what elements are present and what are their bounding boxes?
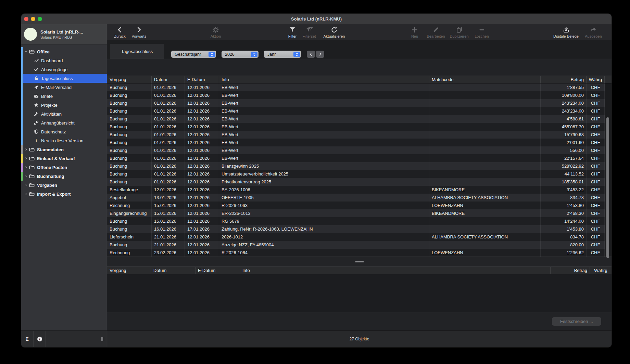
table-row[interactable]: Lieferschein21.01.202612.01.20262026-101…	[107, 233, 612, 241]
year-select[interactable]: 2026	[222, 51, 259, 58]
chevron-right-icon[interactable]	[24, 157, 28, 160]
cell-matchcode	[429, 107, 541, 115]
cell-waehrg: CHF	[587, 123, 605, 131]
cell-betrag: 243’234.00	[541, 107, 587, 115]
table-row[interactable]: Buchung01.01.202612.01.2026Privatkontenv…	[107, 178, 612, 186]
sidebar-item-einkauf-verkauf[interactable]: Einkauf & Verkauf	[21, 154, 107, 163]
sidebar-item-email-versand[interactable]: E-Mail-Versand	[21, 83, 107, 92]
folder-icon	[29, 182, 35, 188]
cell-matchcode: BIKEANDMORE	[429, 186, 541, 194]
cell-edatum: 12.01.2026	[185, 194, 219, 202]
filter-button[interactable]: Filter	[288, 25, 297, 38]
cell-info: RG 5679	[219, 217, 429, 225]
cell-edatum: 12.01.2026	[185, 170, 219, 178]
column-header-datum[interactable]: Datum	[152, 76, 185, 83]
sidebar-item-offene-posten[interactable]: Offene Posten	[21, 163, 107, 172]
chevron-right-icon[interactable]	[24, 183, 28, 187]
detail-column-header-betrag[interactable]: Betrag	[551, 267, 590, 274]
sidebar-item-projekte[interactable]: Projekte	[21, 101, 107, 109]
detail-table-header: VorgangDatumE-DatumInfoBetragWährg	[107, 266, 612, 274]
chevron-right-icon[interactable]	[24, 148, 28, 151]
column-header-betrag[interactable]: Betrag	[541, 76, 587, 83]
table-row[interactable]: Eingangsrechnung15.01.202612.01.2026ER-2…	[107, 209, 612, 217]
table-row[interactable]: Rechnung15.01.202612.01.2026R-2026-1063L…	[107, 202, 612, 209]
sidebar-item-label: Datenschutz	[41, 129, 66, 134]
cell-datum: 01.01.2026	[152, 139, 185, 146]
cell-waehrg: CHF	[587, 170, 605, 178]
table-row[interactable]: Buchung01.01.202612.01.2026EB-Wert22’157…	[107, 154, 612, 162]
table-row[interactable]: Buchung01.01.202612.01.2026EB-Wert455’06…	[107, 123, 612, 131]
table-row[interactable]: Buchung01.01.202612.01.2026EB-Wert15’790…	[107, 131, 612, 139]
digitale-belege-button[interactable]: Digitale Belege	[553, 25, 579, 38]
table-row[interactable]: Buchung01.01.202612.01.2026EB-Wert4’588.…	[107, 115, 612, 123]
table-row[interactable]: Buchung15.01.202612.01.2026RG 567914’244…	[107, 217, 612, 225]
chevron-right-icon[interactable]	[24, 192, 28, 196]
vorwaerts-button[interactable]: Vorwärts	[132, 25, 147, 38]
sidebar-item-buchhaltung[interactable]: Buchhaltung	[21, 172, 107, 181]
chevron-right-icon[interactable]	[24, 166, 28, 169]
chevron-right-icon[interactable]	[24, 174, 28, 178]
close-button[interactable]	[24, 17, 28, 21]
zurueck-button[interactable]: Zurück	[114, 25, 126, 38]
detail-column-header-vorgang[interactable]: Vorgang	[107, 267, 151, 274]
info-button[interactable]: i	[34, 331, 46, 347]
cell-datum: 01.01.2026	[152, 91, 185, 99]
sidebar-item-datenschutz[interactable]: Datenschutz	[21, 127, 107, 136]
column-header-e-datum[interactable]: E-Datum	[185, 76, 219, 83]
check-icon	[34, 67, 39, 72]
company-header[interactable]: Solaris Ltd (nRLR-... Solaris KMU nRLG	[21, 24, 107, 44]
detail-column-header-info[interactable]: Info	[240, 267, 551, 274]
minimize-button[interactable]	[31, 17, 35, 21]
sidebar-item-abovorgaenge[interactable]: Abovorgänge	[21, 65, 107, 74]
cell-matchcode	[429, 123, 541, 131]
sidebar-item-tagesabschluss[interactable]: Tagesabschluss	[21, 74, 107, 83]
period-select[interactable]: Jahr	[264, 51, 301, 58]
sidebar: Solaris Ltd (nRLR-... Solaris KMU nRLG O…	[21, 24, 107, 347]
sidebar-item-briefe[interactable]: Briefe	[21, 92, 107, 101]
aktualisieren-button[interactable]: Aktualisieren	[324, 25, 345, 38]
sidebar-item-aktivitaeten[interactable]: Aktivitäten	[21, 109, 107, 118]
view-tab-tagesabschluss[interactable]: Tagesabschluss	[110, 44, 164, 59]
detail-column-header-datum[interactable]: Datum	[151, 267, 196, 274]
table-row[interactable]: Buchung01.01.202612.01.2026Umsatzsteuerv…	[107, 170, 612, 178]
toolbar-button-label: Filter	[288, 34, 297, 38]
vertical-scrollbar[interactable]	[606, 117, 609, 258]
table-row[interactable]: Rechnung23.02.202612.01.2026R-2026-1064L…	[107, 249, 612, 257]
sidebar-item-import-export[interactable]: Import & Export	[21, 190, 107, 198]
table-row[interactable]: Buchung01.01.202612.01.2026EB-Wert2’001.…	[107, 139, 612, 146]
column-header-matchcode[interactable]: Matchcode	[429, 76, 541, 83]
fiscal-year-select[interactable]: Geschäftsjahr	[171, 51, 216, 58]
previous-period-button[interactable]	[307, 51, 315, 58]
sidebar-item-label: Aktivitäten	[41, 112, 62, 117]
table-row[interactable]: Buchung01.01.202612.01.2026Bilanzgewinn …	[107, 162, 612, 170]
titlebar[interactable]: Solaris Ltd (nRLR-KMU)	[21, 14, 612, 24]
table-row[interactable]: Buchung01.01.202612.01.2026EB-Wert556.00…	[107, 146, 612, 154]
toolbar-button-label: Zurück	[114, 34, 126, 38]
sum-button[interactable]: Σ	[21, 331, 34, 347]
table-row[interactable]: Buchung01.01.202612.01.2026EB-Wert243’23…	[107, 107, 612, 115]
sidebar-item-stammdaten[interactable]: Stammdaten	[21, 145, 107, 154]
detail-column-header-e-datum[interactable]: E-Datum	[196, 267, 240, 274]
table-row[interactable]: Buchung01.01.202612.01.2026EB-Wert109’80…	[107, 91, 612, 99]
festschreiben-button: Festschreiben ...	[552, 317, 601, 326]
sidebar-item-office[interactable]: Office	[21, 47, 107, 56]
table-row[interactable]: Angebot13.01.202612.01.2026OFFERTE-1005A…	[107, 194, 612, 202]
table-row[interactable]: Bestellanfrage12.01.202612.01.2026BA-202…	[107, 186, 612, 194]
table-row[interactable]: Buchung21.01.202612.01.2026Anzeige NZZ, …	[107, 241, 612, 249]
chevron-down-icon[interactable]	[24, 50, 28, 53]
detail-column-header-w-hrg[interactable]: Währg	[590, 267, 612, 274]
sidebar-item-dashboard[interactable]: Dashboard	[21, 56, 107, 65]
table-row[interactable]: Buchung01.01.202612.01.2026EB-Wert1’887.…	[107, 83, 612, 91]
sidebar-item-anhanguebersicht[interactable]: Anhangübersicht	[21, 118, 107, 127]
pane-splitter[interactable]	[107, 257, 612, 266]
column-header-w-hrg[interactable]: Währg	[587, 76, 605, 83]
sidebar-resize-grip[interactable]	[101, 331, 104, 347]
table-row[interactable]: Buchung01.01.202612.01.2026EB-Wert243’23…	[107, 99, 612, 107]
column-header-info[interactable]: Info	[219, 76, 429, 83]
zoom-button[interactable]	[38, 17, 42, 21]
sidebar-item-neu-version[interactable]: iNeu in dieser Version	[21, 136, 107, 145]
next-period-button[interactable]	[316, 51, 324, 58]
sidebar-item-vorgaben[interactable]: Vorgaben	[21, 181, 107, 190]
table-row[interactable]: Buchung16.01.202617.01.2026Zahlung, ReNr…	[107, 225, 612, 233]
column-header-vorgang[interactable]: Vorgang	[107, 76, 152, 83]
